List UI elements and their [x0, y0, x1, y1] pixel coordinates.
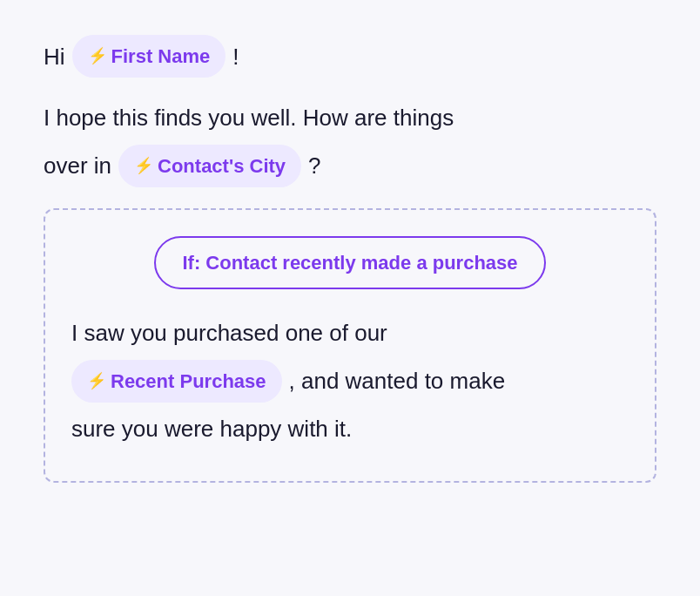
city-line: over in ⚡ Contact's City ?	[44, 145, 656, 187]
city-question: ?	[308, 146, 320, 185]
greeting-hi: Hi	[44, 37, 65, 76]
recent-purchase-label: Recent Purchase	[111, 365, 266, 397]
purchased-text: I saw you purchased one of our	[71, 314, 387, 352]
first-name-label: First Name	[111, 40, 211, 72]
lightning-icon-firstname: ⚡	[88, 43, 107, 70]
greeting-exclamation: !	[232, 37, 239, 76]
purchase-line3: sure you were happy with it.	[71, 410, 629, 448]
greeting-line: Hi ⚡ First Name !	[44, 35, 656, 78]
hope-text: I hope this finds you well. How are thin…	[44, 98, 454, 137]
lightning-icon-purchase: ⚡	[87, 368, 106, 395]
conditional-label-wrapper: If: Contact recently made a purchase	[71, 236, 629, 289]
email-body: Hi ⚡ First Name ! I hope this finds you …	[44, 35, 656, 483]
conditional-block: If: Contact recently made a purchase I s…	[44, 208, 656, 483]
over-in-text: over in	[44, 146, 111, 185]
lightning-icon-city: ⚡	[134, 152, 153, 179]
and-wanted-text: , and wanted to make	[289, 362, 506, 400]
purchase-line1: I saw you purchased one of our	[71, 314, 629, 352]
hope-line: I hope this finds you well. How are thin…	[44, 98, 656, 137]
conditional-label[interactable]: If: Contact recently made a purchase	[154, 236, 545, 289]
recent-purchase-tag[interactable]: ⚡ Recent Purchase	[71, 360, 282, 403]
city-tag[interactable]: ⚡ Contact's City	[118, 145, 301, 187]
first-name-tag[interactable]: ⚡ First Name	[72, 35, 226, 78]
sure-text: sure you were happy with it.	[71, 410, 352, 448]
city-label: Contact's City	[158, 150, 286, 182]
purchase-line2: ⚡ Recent Purchase , and wanted to make	[71, 360, 629, 403]
